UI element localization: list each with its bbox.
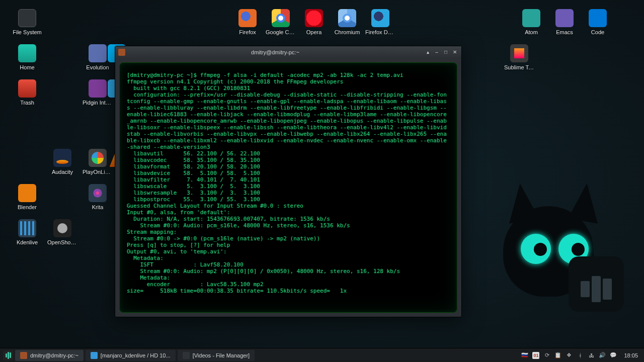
taskbar-app-icon	[20, 352, 27, 359]
app-icon	[272, 9, 290, 27]
desktop-icon-firefox[interactable]: Firefox	[232, 9, 263, 35]
app-icon	[338, 9, 356, 27]
desktop-icon-audacity[interactable]: Audacity	[47, 149, 77, 175]
desktop-icon-file-system[interactable]: File System	[12, 9, 42, 35]
desktop-icon-label: Firefox Dev...	[365, 29, 395, 35]
desktop-icon-google-chr[interactable]: Google Chr...	[266, 9, 296, 35]
desktop-icon-label: Opera	[306, 29, 322, 35]
desktop-icon-firefox-dev[interactable]: Firefox Dev...	[365, 9, 395, 35]
desktop-icon-code[interactable]: Code	[583, 9, 613, 35]
tray-notifications-icon[interactable]: 💬	[610, 352, 617, 359]
taskbar-item-label: [Videos - File Manager]	[193, 352, 250, 358]
app-icon	[522, 9, 540, 27]
desktop-icon-label: Emacs	[556, 29, 573, 35]
app-icon	[53, 149, 71, 167]
desktop-icon-trash[interactable]: Trash	[12, 79, 42, 106]
desktop-icon-label: PlayOnLinux	[83, 169, 113, 175]
taskbar-item[interactable]: [manjaro_kdenlive / HD 10...	[86, 350, 176, 361]
app-icon	[238, 9, 257, 27]
taskbar-app-icon	[183, 352, 190, 359]
taskbar[interactable]: dmitry@dmitry-pc:~[manjaro_kdenlive / HD…	[0, 348, 644, 362]
taskbar-item-label: dmitry@dmitry-pc:~	[30, 352, 78, 358]
start-menu-button[interactable]	[3, 350, 13, 360]
tray-calendar-icon[interactable]: 01	[532, 352, 539, 359]
terminal-output: [dmitry@dmitry-pc ~]$ ffmpeg -f alsa -i …	[127, 72, 450, 294]
taskbar-item-label: [manjaro_kdenlive / HD 10...	[101, 352, 171, 358]
desktop-icon-atom[interactable]: Atom	[516, 9, 546, 35]
desktop-icon-label: Sublime Text	[504, 64, 534, 70]
tray-clipboard-icon[interactable]: 📋	[554, 352, 561, 359]
app-icon	[89, 44, 107, 62]
desktop-icon-label: Atom	[525, 29, 538, 35]
app-icon	[18, 219, 36, 237]
desktop-icon-openshot[interactable]: OpenShot ...	[47, 219, 77, 245]
desktop-icon-label: Krita	[92, 204, 104, 210]
tray-language-icon[interactable]: 🇷🇺	[521, 352, 528, 359]
window-title: dmitry@dmitry-pc:~	[128, 49, 422, 55]
tray-network-icon[interactable]: 🖧	[588, 352, 595, 359]
window-maximize-button[interactable]: □	[442, 49, 449, 56]
desktop-icon-label: Firefox	[239, 29, 256, 35]
desktop-icon-kdenlive[interactable]: Kdenlive	[12, 219, 42, 245]
tray-bluetooth-icon[interactable]: ᚼ	[577, 352, 584, 359]
app-icon	[589, 9, 607, 27]
desktop-icon-blender[interactable]: Blender	[12, 184, 42, 210]
app-icon	[89, 79, 107, 98]
desktop-icon-opera[interactable]: Opera	[299, 9, 329, 35]
window-titlebar[interactable]: dmitry@dmitry-pc:~ ▴ – □ ✕	[115, 46, 461, 58]
taskbar-item[interactable]: dmitry@dmitry-pc:~	[15, 350, 84, 361]
tray-shield-icon[interactable]: ❖	[566, 352, 573, 359]
app-icon	[18, 79, 36, 98]
desktop-icon-label: Chromium	[335, 29, 360, 35]
desktop-icon-label: OpenShot ...	[47, 239, 77, 245]
taskbar-app-icon	[91, 352, 98, 359]
tray-clock[interactable]: 18:05	[621, 352, 641, 358]
app-icon	[18, 9, 36, 27]
taskbar-item[interactable]: [Videos - File Manager]	[178, 350, 255, 361]
system-tray[interactable]: 🇷🇺 01 ⟳ 📋 ❖ ᚼ 🖧 🔊 💬 18:05	[521, 352, 641, 359]
app-icon	[53, 219, 71, 237]
window-shade-button[interactable]: ▴	[424, 49, 431, 56]
app-icon	[305, 9, 323, 27]
window-close-button[interactable]: ✕	[451, 49, 458, 56]
desktop-icon-label: Evolution	[86, 64, 109, 70]
desktop-icon-label: Home	[20, 64, 34, 70]
desktop-icon-label: Audacity	[52, 169, 73, 175]
app-icon	[89, 184, 107, 202]
desktop-icon-label: Trash	[20, 100, 34, 106]
app-icon	[510, 44, 528, 62]
app-icon	[89, 149, 107, 167]
app-icon	[555, 9, 574, 27]
desktop-icon-label: Pidgin Inte...	[83, 100, 113, 106]
tray-volume-icon[interactable]: 🔊	[599, 352, 606, 359]
desktop-icon-sublime-text[interactable]: Sublime Text	[504, 44, 534, 70]
app-icon	[371, 9, 389, 27]
desktop-icon-label: Google Chr...	[266, 29, 296, 35]
terminal-window[interactable]: dmitry@dmitry-pc:~ ▴ – □ ✕ [dmitry@dmitr…	[115, 46, 462, 317]
app-icon	[18, 44, 36, 62]
desktop-icon-label: Code	[591, 29, 604, 35]
desktop-icon-emacs[interactable]: Emacs	[549, 9, 580, 35]
tray-updates-icon[interactable]: ⟳	[543, 352, 550, 359]
desktop-icon-label: File System	[13, 29, 41, 35]
terminal-icon	[118, 49, 125, 56]
desktop-icon-home[interactable]: Home	[12, 44, 42, 70]
desktop-icon-chromium[interactable]: Chromium	[332, 9, 362, 35]
desktop-icon-krita[interactable]: Krita	[83, 184, 113, 210]
window-minimize-button[interactable]: –	[433, 49, 440, 56]
terminal-viewport[interactable]: [dmitry@dmitry-pc ~]$ ffmpeg -f alsa -i …	[119, 62, 457, 313]
desktop-icon-playonlinux[interactable]: PlayOnLinux	[83, 149, 113, 175]
desktop-icon-label: Kdenlive	[17, 239, 38, 245]
desktop-icon-label: Blender	[18, 204, 37, 210]
app-icon	[18, 184, 36, 202]
